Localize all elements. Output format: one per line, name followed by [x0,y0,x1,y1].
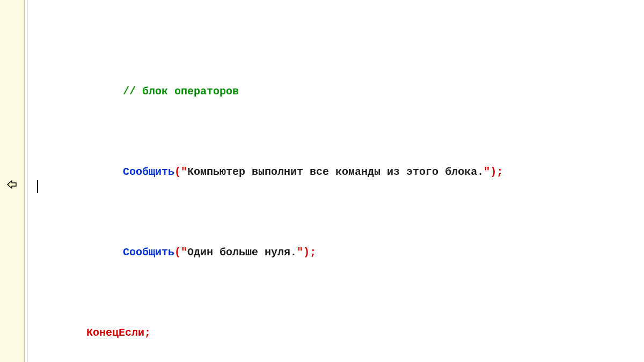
code-line: Сообщить("Один больше нуля."); [37,245,644,261]
breakpoint-arrow-icon[interactable] [6,179,17,190]
keyword-endif: КонецЕсли [86,327,144,339]
code-area[interactable]: // блок операторов Сообщить("Компьютер в… [27,0,644,362]
code-line: Сообщить("Компьютер выполнит все команды… [37,164,644,180]
code-editor[interactable]: // блок операторов Сообщить("Компьютер в… [0,0,644,362]
comment: // блок операторов [123,85,239,98]
text-caret [37,180,38,193]
string-literal: Компьютер выполнит все команды из этого … [187,166,484,178]
function-call: Сообщить [123,166,174,178]
code-line: КонецЕсли; [37,325,644,341]
code-line: // блок операторов [37,84,644,100]
gutter [0,0,25,362]
